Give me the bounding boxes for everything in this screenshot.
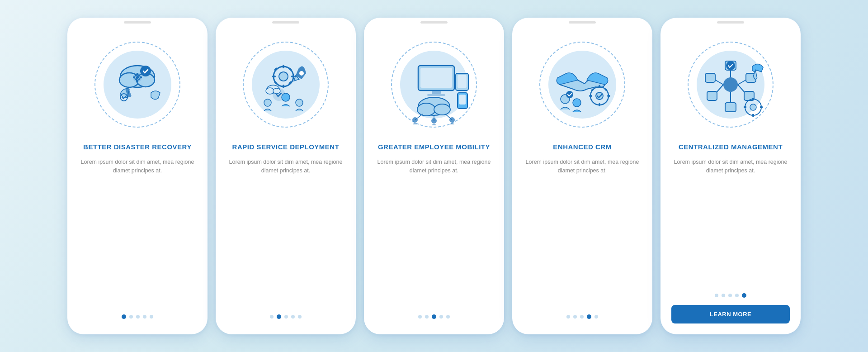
svg-rect-32 [420,68,452,88]
dot-1-5 [150,315,153,319]
svg-rect-15 [283,65,284,68]
dot-1-4 [143,315,146,319]
employee-mobility-icon [393,44,475,125]
illustration-disaster-recovery [88,35,187,134]
svg-point-41 [434,104,450,115]
dot-2-4 [291,315,295,319]
svg-point-46 [431,118,437,124]
dot-4-2 [573,315,577,319]
svg-rect-8 [133,76,135,78]
svg-point-26 [296,99,303,106]
disaster-recovery-icon [97,44,178,125]
dot-4-3 [580,315,584,319]
card-title-2: RAPID SERVICE DEPLOYMENT [232,143,340,152]
dot-3-1 [418,315,422,319]
svg-point-73 [750,104,756,110]
svg-rect-33 [432,90,441,94]
card-title-5: CENTRALIZED MANAGEMENT [679,143,783,152]
dot-5-5 [742,293,746,298]
card-desc-2: Lorem ipsum dolor sit dim amet, mea regi… [226,158,345,309]
svg-point-10 [140,66,151,76]
svg-point-25 [264,99,271,106]
dot-3-4 [439,315,443,319]
learn-more-button[interactable]: LEARN MORE [671,305,790,323]
rapid-deployment-icon [245,44,326,125]
svg-point-30 [273,88,280,94]
card-disaster-recovery: BETTER DISASTER RECOVERY Lorem ipsum dol… [67,18,208,334]
svg-point-78 [726,61,735,70]
svg-point-5 [136,76,139,79]
svg-rect-75 [752,114,754,117]
svg-rect-7 [137,80,138,82]
card-enhanced-crm: ENHANCED CRM Lorem ipsum dolor sit dim a… [512,18,652,334]
dots-row-5 [715,293,746,298]
card-desc-1: Lorem ipsum dolor sit dim amet, mea regi… [78,158,197,309]
illustration-centralized-management [681,35,780,134]
dot-5-1 [715,294,718,297]
svg-rect-34 [427,94,445,96]
enhanced-crm-icon [542,44,623,125]
dot-2-2 [277,314,281,319]
illustration-employee-mobility [384,35,484,134]
dot-4-1 [566,315,570,319]
svg-rect-53 [607,95,610,97]
svg-rect-68 [705,73,715,82]
card-desc-5: Lorem ipsum dolor sit dim amet, mea regi… [671,158,790,288]
svg-rect-77 [760,106,763,108]
dot-3-5 [446,315,450,319]
dot-2-3 [284,315,288,319]
svg-rect-50 [599,85,600,88]
dot-3-2 [425,315,429,319]
dots-row-2 [270,314,302,319]
svg-rect-36 [458,75,467,88]
svg-rect-6 [137,73,138,75]
dots-row-4 [566,314,598,319]
dot-2-1 [270,315,274,319]
dot-5-3 [728,294,732,297]
card-desc-3: Lorem ipsum dolor sit dim amet, mea regi… [375,158,493,309]
dot-5-2 [722,294,725,297]
card-rapid-deployment: RAPID SERVICE DEPLOYMENT Lorem ipsum dol… [216,18,356,334]
dot-4-5 [594,315,598,319]
card-title-3: GREATER EMPLOYEE MOBILITY [378,143,490,152]
svg-rect-18 [291,76,295,77]
illustration-rapid-deployment [236,35,335,134]
svg-rect-17 [272,76,276,77]
svg-point-58 [566,91,573,98]
dot-3-3 [432,314,436,319]
svg-point-40 [417,103,435,116]
svg-rect-76 [744,106,746,108]
dot-2-5 [298,315,302,319]
dot-1-1 [122,314,126,319]
illustration-enhanced-crm [533,35,632,134]
card-centralized-management: CENTRALIZED MANAGEMENT Lorem ipsum dolor… [660,18,801,334]
svg-rect-52 [589,95,592,97]
svg-rect-51 [599,103,600,106]
svg-point-45 [412,117,418,123]
svg-rect-67 [725,103,736,112]
svg-rect-16 [283,85,284,88]
dots-row-1 [122,314,153,319]
card-title-1: BETTER DISASTER RECOVERY [83,143,192,152]
svg-rect-74 [752,98,754,100]
dot-4-4 [587,314,591,319]
dot-5-4 [735,294,739,297]
svg-point-57 [573,99,581,107]
svg-point-27 [282,93,290,101]
card-employee-mobility: GREATER EMPLOYEE MOBILITY Lorem ipsum do… [364,18,504,334]
svg-point-47 [449,117,455,123]
cards-container: BETTER DISASTER RECOVERY Lorem ipsum dol… [49,4,819,348]
card-title-4: ENHANCED CRM [553,143,611,152]
dot-1-3 [136,315,140,319]
svg-point-14 [279,72,288,81]
dots-row-3 [418,314,450,319]
svg-point-23 [299,71,304,76]
svg-rect-70 [707,91,717,100]
card-desc-4: Lorem ipsum dolor sit dim amet, mea regi… [523,158,642,309]
svg-rect-38 [459,95,466,105]
svg-rect-9 [140,76,142,78]
dot-1-2 [129,315,133,319]
centralized-management-icon [690,44,771,125]
svg-point-59 [723,77,738,92]
